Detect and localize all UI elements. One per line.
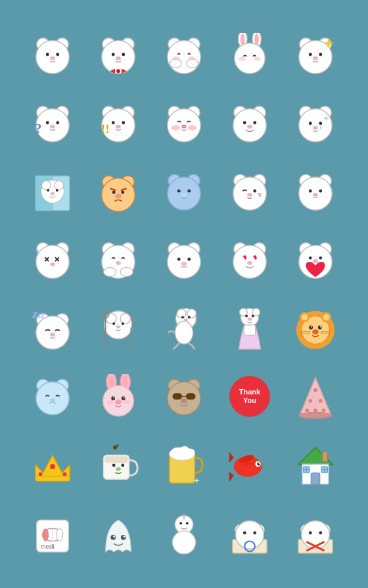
emoji-cell-34[interactable] <box>217 430 283 499</box>
svg-point-238 <box>124 536 126 537</box>
svg-point-91 <box>247 193 252 197</box>
emoji-cell-25[interactable] <box>283 294 348 362</box>
svg-point-86 <box>181 193 187 197</box>
emoji-cell-8[interactable] <box>151 89 217 158</box>
emoji-cell-29[interactable]: Thank You <box>217 362 283 430</box>
svg-point-143 <box>184 318 188 322</box>
svg-point-65 <box>319 122 322 125</box>
emoji-cell-10[interactable] <box>283 89 348 158</box>
svg-point-199 <box>63 472 67 476</box>
svg-point-240 <box>173 531 196 554</box>
emoji-cell-5[interactable] <box>283 21 348 89</box>
emoji-cell-19[interactable] <box>217 226 283 294</box>
emoji-cell-3[interactable] <box>151 21 217 89</box>
bow-bear <box>95 32 141 78</box>
beer-mug <box>161 442 207 488</box>
svg-point-160 <box>320 326 321 327</box>
svg-point-190 <box>313 388 317 392</box>
sweat-bear <box>30 237 76 283</box>
svg-point-80 <box>115 194 122 199</box>
emoji-cell-12[interactable] <box>85 158 151 226</box>
svg-rect-206 <box>105 456 128 463</box>
svg-point-181 <box>124 400 130 404</box>
emoji-cell-4[interactable] <box>217 21 283 89</box>
lion <box>292 305 338 351</box>
emoji-cell-9[interactable] <box>217 89 283 158</box>
svg-point-78 <box>112 191 116 194</box>
angry-hamster <box>95 169 141 215</box>
svg-point-58 <box>243 121 246 125</box>
emoji-cell-14[interactable] <box>217 158 283 226</box>
svg-point-231 <box>42 528 49 541</box>
svg-point-72 <box>47 189 49 192</box>
emoji-cell-38[interactable] <box>151 499 217 567</box>
emoji-cell-31[interactable] <box>20 430 85 499</box>
emoji-cell-37[interactable] <box>85 499 151 567</box>
svg-point-97 <box>313 193 318 197</box>
svg-point-53 <box>188 125 197 131</box>
emoji-cell-20[interactable] <box>283 226 348 294</box>
question-bear: ? <box>30 100 76 146</box>
svg-point-100 <box>36 245 70 279</box>
svg-point-193 <box>305 408 309 412</box>
svg-point-130 <box>106 314 117 324</box>
svg-point-85 <box>187 190 191 193</box>
svg-point-175 <box>111 396 115 400</box>
emoji-cell-13[interactable] <box>151 158 217 226</box>
emoji-cell-27[interactable] <box>85 362 151 430</box>
emoji-cell-28[interactable] <box>151 362 217 430</box>
svg-point-106 <box>120 268 133 277</box>
emoji-cell-40[interactable] <box>283 499 348 567</box>
svg-point-121 <box>309 257 312 260</box>
svg-point-180 <box>107 400 114 404</box>
svg-point-161 <box>312 329 319 335</box>
emoji-cell-30[interactable] <box>283 362 348 430</box>
svg-point-12 <box>112 53 115 56</box>
plain-bear <box>30 32 76 78</box>
svg-text:?: ? <box>35 121 42 136</box>
exclaim-bear: !! <box>95 100 141 146</box>
emoji-cell-36[interactable]: medi <box>20 499 85 567</box>
tear-bear <box>292 100 338 146</box>
house <box>292 442 338 488</box>
shy-bear <box>161 32 207 78</box>
svg-point-248 <box>236 521 264 549</box>
emoji-cell-35[interactable] <box>283 430 348 499</box>
ghost <box>95 510 141 556</box>
svg-point-24 <box>241 33 245 45</box>
svg-point-34 <box>313 56 318 60</box>
emoji-cell-39[interactable] <box>217 499 283 567</box>
emoji-cell-22[interactable] <box>85 294 151 362</box>
svg-point-156 <box>323 314 330 321</box>
emoji-cell-2[interactable] <box>85 21 151 89</box>
emoji-cell-7[interactable]: !! <box>85 89 151 158</box>
emoji-cell-18[interactable] <box>151 226 217 294</box>
svg-point-27 <box>239 57 245 61</box>
emoji-cell-16[interactable] <box>20 226 85 294</box>
emoji-cell-15[interactable] <box>283 158 348 226</box>
emoji-cell-6[interactable]: ? <box>20 89 85 158</box>
crown <box>30 442 76 488</box>
svg-point-90 <box>253 190 256 193</box>
svg-point-138 <box>177 309 186 318</box>
party-hat <box>292 373 338 419</box>
emoji-cell-1[interactable] <box>20 21 85 89</box>
svg-point-3 <box>46 53 49 56</box>
svg-point-218 <box>259 463 260 464</box>
svg-point-244 <box>183 514 185 516</box>
emoji-cell-23[interactable] <box>151 294 217 362</box>
svg-point-140 <box>175 321 193 344</box>
emoji-cell-24[interactable] <box>217 294 283 362</box>
emoji-cell-21[interactable]: Zzz <box>20 294 85 362</box>
emoji-grid: ? !! <box>14 16 354 572</box>
emoji-cell-32[interactable] <box>85 430 151 499</box>
emoji-cell-11[interactable] <box>20 158 85 226</box>
emoji-cell-33[interactable] <box>151 430 217 499</box>
emoji-cell-26[interactable] <box>20 362 85 430</box>
svg-point-141 <box>181 316 184 319</box>
snowman-figure <box>161 510 207 556</box>
svg-point-236 <box>121 535 126 540</box>
svg-point-155 <box>302 314 308 321</box>
emoji-cell-17[interactable] <box>85 226 151 294</box>
svg-point-60 <box>247 125 252 129</box>
